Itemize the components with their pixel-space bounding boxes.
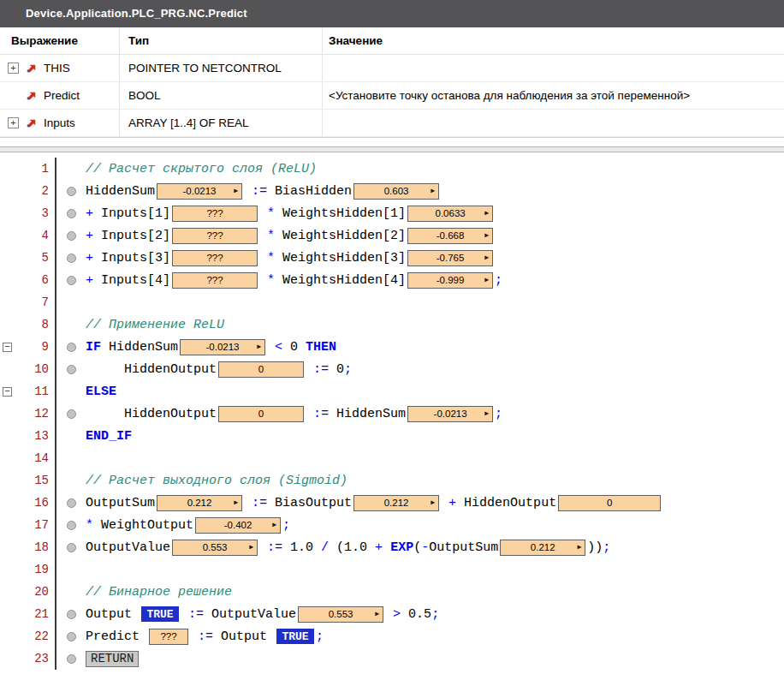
breakpoint-margin[interactable] — [56, 313, 86, 336]
inline-value-box[interactable]: ??? — [172, 206, 258, 222]
breakpoint-margin[interactable] — [56, 469, 86, 492]
inline-bool-value[interactable]: TRUE — [141, 606, 179, 622]
column-header-value[interactable]: Значение — [323, 27, 784, 54]
inline-value-text: ??? — [206, 230, 223, 241]
inline-value-box[interactable]: 0.212▶ — [157, 495, 242, 511]
inline-value-box[interactable]: ??? — [172, 228, 258, 244]
code-line: 18OutputValue0.553▶ := 1.0 / (1.0 + EXP(… — [0, 536, 784, 558]
pane-splitter[interactable] — [0, 146, 784, 152]
breakpoint-margin[interactable] — [56, 180, 86, 202]
breakpoint-margin[interactable] — [56, 202, 86, 224]
expand-plus-toggle[interactable]: + — [8, 63, 19, 74]
inline-value-box[interactable]: 0.553▶ — [172, 540, 258, 556]
inline-value-box[interactable]: -0.999▶ — [407, 272, 493, 289]
watch-table-row[interactable]: +THISPOINTER TO NETCONTROL — [0, 55, 784, 82]
breakpoint-margin[interactable] — [56, 558, 86, 581]
breakpoint-margin[interactable] — [56, 425, 86, 447]
inline-value-box[interactable]: 0.212▶ — [353, 495, 439, 511]
code-text — [383, 540, 390, 555]
code-text — [306, 407, 313, 421]
breakpoint-margin[interactable] — [56, 603, 86, 625]
code-text — [267, 340, 275, 355]
inline-value-box[interactable]: ??? — [172, 250, 258, 266]
inline-value-box[interactable]: 0 — [218, 406, 304, 422]
inline-value-box[interactable]: -0.0213▶ — [180, 339, 265, 355]
breakpoint-margin[interactable] — [56, 358, 86, 380]
code-editor[interactable]: 1// Расчет скрытого слоя (ReLU)2HiddenSu… — [0, 152, 784, 670]
breakpoint-position-dot — [67, 365, 76, 374]
fold-collapse-icon[interactable]: − — [3, 387, 12, 397]
breakpoint-margin[interactable] — [56, 625, 86, 647]
code-text — [244, 496, 252, 510]
breakpoint-margin[interactable] — [56, 514, 86, 536]
breakpoint-margin[interactable] — [56, 291, 86, 313]
breakpoint-margin[interactable] — [56, 269, 86, 291]
inline-value-box[interactable]: 0.212▶ — [500, 540, 585, 556]
line-number: 17 — [21, 514, 56, 536]
breakpoint-margin[interactable] — [56, 581, 86, 603]
watch-table-row[interactable]: PredictBOOL<Установите точку останова дл… — [0, 82, 784, 110]
inline-value-box[interactable]: 0.603▶ — [353, 183, 439, 200]
inline-value-box[interactable]: ??? — [149, 629, 188, 645]
breakpoint-margin[interactable] — [56, 336, 86, 358]
expand-value-icon[interactable]: ▶ — [431, 499, 435, 506]
inline-value-box[interactable]: 0.0633▶ — [407, 206, 493, 222]
inline-value-box[interactable]: -0.765▶ — [407, 250, 493, 266]
expand-value-icon[interactable]: ▶ — [484, 277, 489, 283]
expression-name: Predict — [44, 89, 80, 102]
inline-value-box[interactable]: -0.402▶ — [195, 517, 281, 534]
inline-value-box[interactable]: ??? — [172, 272, 258, 289]
expand-value-icon[interactable]: ▶ — [234, 188, 238, 194]
breakpoint-margin[interactable] — [56, 247, 86, 269]
expand-value-icon[interactable]: ▶ — [484, 410, 489, 417]
inline-value-box[interactable]: -0.0213▶ — [407, 406, 493, 422]
variable-icon — [25, 62, 39, 75]
breakpoint-margin[interactable] — [56, 647, 86, 670]
breakpoint-position-dot — [67, 276, 76, 285]
expand-value-icon[interactable]: ▶ — [484, 210, 489, 217]
expand-value-icon[interactable]: ▶ — [577, 544, 581, 551]
inline-value-box[interactable]: -0.0213▶ — [157, 183, 242, 200]
watch-table-row[interactable]: +InputsARRAY [1..4] OF REAL — [0, 110, 784, 137]
column-header-type[interactable]: Тип — [120, 27, 323, 54]
inline-value-box[interactable]: 0 — [558, 495, 661, 511]
expression-value: <Установите точку останова для наблюдени… — [323, 82, 784, 109]
fold-collapse-icon[interactable]: − — [3, 343, 12, 352]
expand-value-icon[interactable]: ▶ — [257, 343, 261, 350]
operator: := — [252, 496, 267, 510]
operator: ; — [495, 273, 502, 288]
code-text — [259, 206, 267, 221]
breakpoint-margin[interactable] — [56, 447, 86, 469]
code-lines: 1// Расчет скрытого слоя (ReLU)2HiddenSu… — [0, 158, 784, 670]
breakpoint-margin[interactable] — [56, 158, 86, 180]
breakpoint-margin[interactable] — [56, 536, 86, 558]
breakpoint-position-dot — [67, 231, 76, 241]
code-text: WeightOutput — [93, 518, 193, 533]
breakpoint-margin[interactable] — [56, 403, 86, 425]
expand-plus-toggle[interactable]: + — [8, 117, 19, 128]
expand-value-icon[interactable]: ▶ — [431, 188, 435, 194]
operator: > — [393, 607, 401, 622]
expand-value-icon[interactable]: ▶ — [484, 254, 489, 261]
expand-value-icon[interactable]: ▶ — [484, 232, 489, 239]
inline-bool-value[interactable]: TRUE — [276, 629, 314, 644]
breakpoint-margin[interactable] — [56, 224, 86, 247]
inline-value-box[interactable]: 0.553▶ — [298, 606, 383, 623]
variable-icon — [25, 89, 39, 103]
inline-value-box[interactable]: 0 — [218, 361, 304, 378]
code-text-line: * WeightOutput-0.402▶; — [86, 517, 784, 534]
operator: * — [267, 206, 275, 221]
code-text-line: // Расчет скрытого слоя (ReLU) — [86, 162, 784, 176]
inline-value-box[interactable]: -0.668▶ — [407, 228, 493, 244]
breakpoint-position-dot — [67, 543, 76, 552]
expand-value-icon[interactable]: ▶ — [272, 522, 276, 528]
code-text — [259, 540, 267, 555]
expression-cell: +THIS — [0, 55, 120, 81]
code-text: Output — [213, 629, 275, 644]
breakpoint-margin[interactable] — [56, 380, 86, 403]
column-header-expression[interactable]: Выражение — [0, 27, 120, 54]
breakpoint-margin[interactable] — [56, 492, 86, 514]
expand-value-icon[interactable]: ▶ — [375, 611, 379, 617]
expand-value-icon[interactable]: ▶ — [234, 499, 238, 506]
expand-value-icon[interactable]: ▶ — [249, 544, 253, 551]
